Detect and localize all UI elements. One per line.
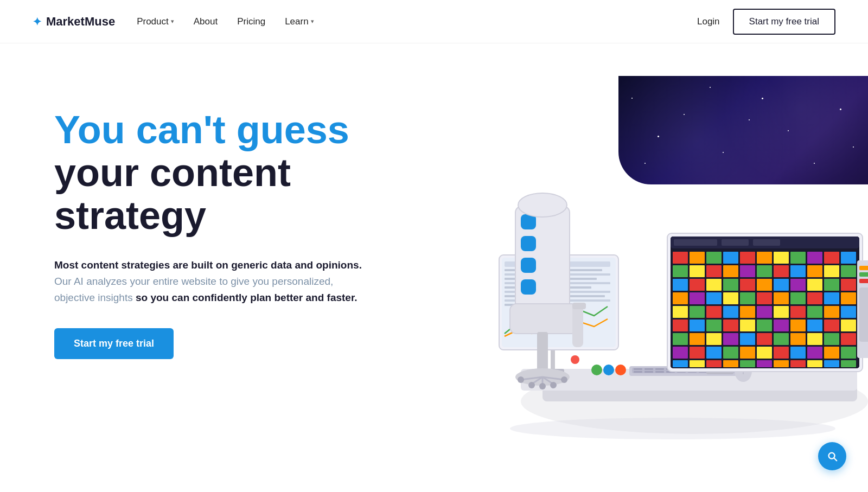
svg-rect-123 [774,333,789,345]
svg-rect-85 [690,292,705,304]
svg-rect-103 [807,306,822,318]
svg-rect-137 [824,347,839,359]
svg-rect-97 [706,306,722,318]
svg-rect-138 [841,347,856,359]
chevron-down-icon: ▾ [171,18,174,25]
svg-rect-48 [674,239,717,246]
svg-rect-140 [690,360,705,367]
svg-rect-125 [807,333,822,345]
star [840,108,841,110]
svg-rect-70 [807,265,822,277]
svg-rect-101 [774,306,789,318]
navbar: ✦ MarketMuse Product ▾ About Pricing Lea… [0,0,868,43]
svg-rect-147 [807,360,822,367]
svg-rect-79 [774,279,789,291]
svg-rect-118 [690,333,705,345]
nav-item-about[interactable]: About [194,16,218,27]
svg-rect-92 [807,292,822,304]
svg-rect-74 [690,279,705,291]
svg-point-177 [510,418,835,439]
svg-rect-63 [690,265,705,277]
svg-rect-126 [824,333,839,345]
hero-text: You can't guess your content strategy Mo… [54,87,369,359]
svg-rect-117 [673,333,688,345]
body-black-text: Most content strategies are built on gen… [54,259,362,271]
svg-rect-71 [824,265,839,277]
svg-rect-49 [722,239,749,246]
nav-item-pricing[interactable]: Pricing [237,16,265,27]
svg-rect-110 [740,320,755,331]
svg-rect-174 [859,272,868,277]
search-bubble-button[interactable] [818,442,846,470]
svg-rect-60 [824,252,839,264]
headline-dark-line2: your content [54,151,291,194]
svg-rect-100 [757,306,772,318]
svg-rect-146 [790,360,806,367]
svg-rect-57 [774,252,789,264]
logo[interactable]: ✦ MarketMuse [33,15,115,29]
login-button[interactable]: Login [697,16,720,27]
svg-rect-59 [807,252,822,264]
nav-item-learn[interactable]: Learn ▾ [285,16,314,27]
svg-rect-69 [790,265,806,277]
svg-rect-6 [644,368,653,370]
svg-rect-94 [841,292,856,304]
nav-right: Login Start my free trial [697,9,835,35]
svg-rect-80 [790,279,806,291]
headline-dark-line3: strategy [54,194,206,237]
search-icon [826,450,838,462]
svg-rect-154 [521,279,536,295]
svg-rect-112 [774,320,789,331]
star [631,98,633,99]
chevron-down-icon-learn: ▾ [311,18,314,25]
svg-rect-145 [774,360,789,367]
svg-rect-56 [757,252,772,264]
svg-point-27 [615,365,626,375]
svg-rect-135 [790,347,806,359]
nav-item-product[interactable]: Product ▾ [137,16,174,27]
svg-rect-114 [807,320,822,331]
svg-rect-157 [572,304,583,347]
svg-rect-121 [740,333,755,345]
hero-trial-button[interactable]: Start my free trial [54,328,174,359]
svg-rect-158 [572,303,586,309]
svg-rect-55 [740,252,755,264]
svg-rect-130 [706,347,722,359]
svg-rect-131 [723,347,738,359]
svg-point-169 [550,382,557,388]
svg-rect-88 [740,292,755,304]
svg-rect-89 [757,292,772,304]
svg-rect-83 [841,279,856,291]
svg-rect-90 [774,292,789,304]
svg-rect-153 [521,258,536,273]
svg-rect-108 [706,320,722,331]
svg-rect-64 [706,265,722,277]
svg-rect-99 [740,306,755,318]
svg-rect-51 [673,252,688,264]
svg-rect-107 [690,320,705,331]
star [710,87,711,88]
svg-rect-148 [824,360,839,367]
svg-rect-176 [859,287,868,342]
svg-rect-155 [510,304,578,334]
hero-illustration: // This is rendered via SVG rects below [467,76,868,456]
svg-point-167 [561,376,567,383]
svg-rect-93 [824,292,839,304]
svg-rect-98 [723,306,738,318]
svg-rect-149 [841,360,856,367]
hero-section: You can't guess your content strategy Mo… [0,43,868,488]
svg-rect-16 [655,371,664,373]
svg-rect-67 [757,265,772,277]
svg-rect-133 [757,347,772,359]
svg-point-170 [539,383,546,389]
svg-point-171 [571,355,579,364]
svg-rect-28 [551,347,555,372]
svg-rect-113 [790,320,806,331]
svg-rect-132 [740,347,755,359]
svg-rect-127 [841,333,856,345]
svg-rect-82 [824,279,839,291]
hero-headline: You can't guess your content strategy [54,108,369,238]
nav-trial-button[interactable]: Start my free trial [733,9,835,35]
svg-rect-95 [673,306,688,318]
svg-rect-73 [673,279,688,291]
